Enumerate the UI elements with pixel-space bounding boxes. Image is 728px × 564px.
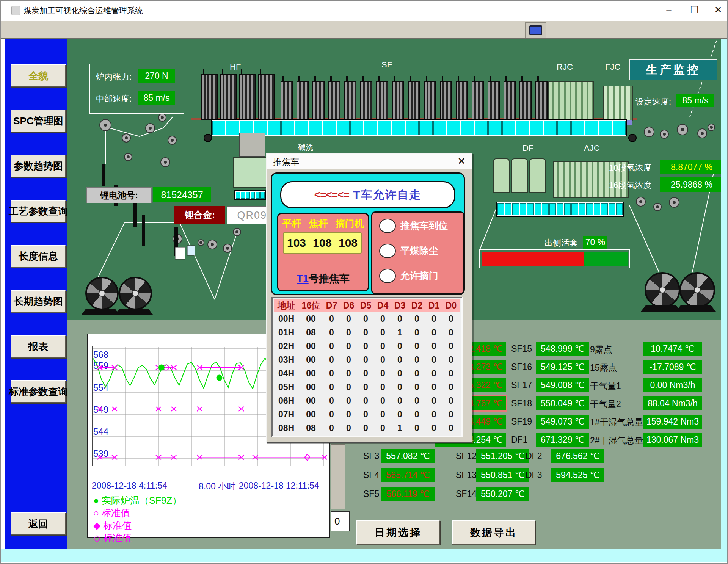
production-monitor-button[interactable]: 生产监控 xyxy=(629,59,717,80)
battery-id-label: 锂电池号: xyxy=(86,187,152,203)
car-name-suffix: 号推焦车 xyxy=(309,273,350,284)
looper-progress-rest xyxy=(584,252,628,266)
df-unit-3 xyxy=(529,158,546,193)
table-cell: 0 xyxy=(340,326,357,339)
dialog-title-bar[interactable]: 推焦车 ✕ xyxy=(267,154,472,169)
toolbar xyxy=(0,21,728,39)
table-cell: 0 xyxy=(340,394,357,407)
table-cell: 0 xyxy=(442,394,460,407)
scrollbar-strip[interactable] xyxy=(331,444,345,509)
sf-unit xyxy=(408,81,420,120)
battery-id-value: 81524357 xyxy=(153,187,211,202)
conveyor-cell xyxy=(586,203,593,215)
conveyor-cell xyxy=(557,121,570,135)
register-table: 地址16位D7D6D5D4D3D2D1D000H000000000001H080… xyxy=(271,297,463,437)
conveyor-cell xyxy=(544,121,557,135)
sidebar: 全貌SPC管理图参数趋势图工艺参数查询长度信息长期趋势图报表标准参数查询返回 xyxy=(5,39,67,549)
table-cell: 0 xyxy=(357,353,374,367)
rod-value: 108 xyxy=(313,237,332,249)
table-row: 04H0000000000 xyxy=(274,367,460,380)
sf-unit xyxy=(519,81,532,120)
table-cell: 0 xyxy=(442,407,460,421)
conveyor-cell xyxy=(309,121,322,135)
table-cell: 00 xyxy=(299,367,323,380)
table-header-cell: D6 xyxy=(340,299,357,312)
sensor-label: 干气量2 xyxy=(590,398,621,410)
radio-button[interactable] xyxy=(379,269,396,283)
fan-icon xyxy=(679,272,715,308)
table-header-cell: D7 xyxy=(323,299,340,312)
table-cell: 0 xyxy=(374,407,391,421)
table-cell: 0 xyxy=(340,367,357,380)
sensor-value: 88.04 Nm3/h xyxy=(643,396,702,410)
car-number-link[interactable]: T1 xyxy=(297,273,309,284)
sidebar-button-4[interactable]: 工艺参数查询 xyxy=(11,200,66,222)
sf-unit xyxy=(456,81,468,120)
conveyor-cell xyxy=(461,121,474,135)
table-header-cell: D1 xyxy=(425,299,442,312)
legend-item: ● 实际炉温（SF9Z） xyxy=(93,494,182,507)
conveyor-cell xyxy=(599,121,612,135)
maximize-button[interactable]: ❐ xyxy=(686,3,703,17)
rod-header: 摘门机 xyxy=(336,217,364,230)
pusher-car-dialog: 推焦车 ✕ <=<=<= T车允许自走 平杆焦杆摘门机 103108108 T1… xyxy=(266,153,472,443)
table-cell: 0 xyxy=(323,353,340,367)
date-select-button[interactable]: 日期选择 xyxy=(356,520,440,545)
sidebar-button-2[interactable]: SPC管理图 xyxy=(11,110,66,132)
left-arrows-icon: <=<=<= xyxy=(314,189,349,201)
sensor-label: DF2 xyxy=(526,451,542,461)
svg-text:554: 554 xyxy=(93,382,108,393)
rod-header: 焦杆 xyxy=(309,217,328,230)
conveyor-cell xyxy=(295,121,308,135)
table-cell: 0 xyxy=(323,339,340,353)
monitor-view-icon[interactable] xyxy=(525,22,546,38)
wash-tank xyxy=(233,157,267,188)
sensor-label: DF1 xyxy=(511,435,527,445)
sidebar-button-8[interactable]: 标准参数查询 xyxy=(11,380,66,403)
table-row: 05H0000000000 xyxy=(274,380,460,394)
hf-unit xyxy=(220,74,237,120)
radio-button[interactable] xyxy=(379,219,396,233)
table-cell: 06H xyxy=(274,394,299,407)
table-cell: 0 xyxy=(323,312,340,326)
table-cell: 0 xyxy=(374,326,391,339)
sidebar-button-7[interactable]: 报表 xyxy=(11,335,66,358)
table-row: 02H0000000000 xyxy=(274,339,460,353)
sidebar-button-5[interactable]: 长度信息 xyxy=(11,245,66,268)
pusher-car-status-panel: <=<=<= T车允许自走 平杆焦杆摘门机 103108108 T1号推焦车 推… xyxy=(271,172,465,295)
chart-x-end: 2008-12-18 12:11:54 xyxy=(239,481,319,491)
rod-values: 103108108 xyxy=(283,232,362,254)
conveyor-cell xyxy=(616,203,623,215)
data-export-button[interactable]: 数据导出 xyxy=(452,520,535,545)
table-cell: 0 xyxy=(408,326,425,339)
table-cell: 0 xyxy=(425,380,442,394)
minimize-button[interactable]: – xyxy=(661,3,677,17)
sf-unit xyxy=(312,81,325,120)
conveyor-cell xyxy=(246,192,250,199)
conveyor-cell xyxy=(585,121,598,135)
legend-item: ○ 标准值 xyxy=(93,507,130,519)
table-header-cell: 16位 xyxy=(299,299,323,312)
back-button[interactable]: 返回 xyxy=(11,512,66,535)
mid-speed-label: 中部速度: xyxy=(96,93,132,105)
table-cell: 0 xyxy=(391,353,408,367)
sf-unit xyxy=(424,81,436,120)
conveyor-cell xyxy=(530,121,543,135)
table-cell: 0 xyxy=(425,353,442,367)
radio-label: 允许摘门 xyxy=(400,269,438,282)
radio-row: 平煤除尘 xyxy=(372,243,463,260)
tension-box: 炉内张力: 270 N 中部速度: 85 m/s xyxy=(89,64,184,114)
table-cell: 0 xyxy=(408,353,425,367)
close-button[interactable]: ✕ xyxy=(710,3,726,17)
dialog-close-icon[interactable]: ✕ xyxy=(457,155,466,167)
sidebar-button-1[interactable]: 全貌 xyxy=(11,64,66,87)
conveyor-cell xyxy=(571,121,584,135)
sidebar-button-3[interactable]: 参数趋势图 xyxy=(11,155,66,177)
radio-button[interactable] xyxy=(379,244,396,258)
value-spinner[interactable]: 0 xyxy=(331,511,350,531)
sidebar-button-6[interactable]: 长期趋势图 xyxy=(11,290,66,313)
car-name: T1号推焦车 xyxy=(278,272,368,285)
hf-unit xyxy=(258,74,275,120)
table-cell: 02H xyxy=(274,339,299,353)
conveyor-cell xyxy=(236,192,240,199)
